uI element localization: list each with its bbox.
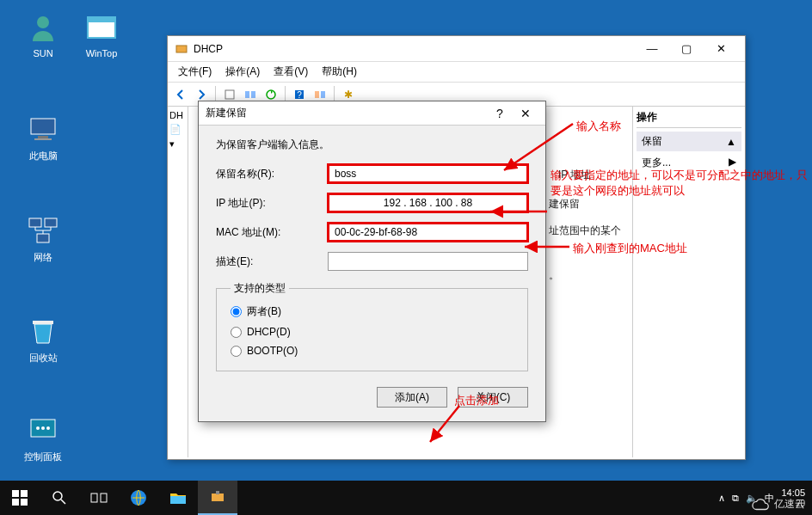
svg-rect-14 xyxy=(176,46,187,52)
dialog-help-button[interactable]: ? xyxy=(487,102,513,125)
behind-ip-label: IP 地址 xyxy=(558,168,591,182)
svg-rect-7 xyxy=(45,218,57,227)
radio-bootp[interactable] xyxy=(231,346,242,357)
desktop-icon-computer[interactable]: 此电脑 xyxy=(17,112,69,162)
svg-rect-2 xyxy=(88,17,115,22)
tray-network-icon[interactable]: ⧉ xyxy=(732,493,739,504)
taskview-button[interactable] xyxy=(79,481,119,515)
svg-rect-25 xyxy=(12,499,19,506)
taskbar: ∧ ⧉ 🔈 中 14:05 20 xyxy=(0,481,812,515)
mac-address-input[interactable] xyxy=(328,223,528,242)
desktop-icon-controlpanel[interactable]: 控制面板 xyxy=(17,413,69,463)
desktop-icon-wintop[interactable]: WinTop xyxy=(76,10,127,58)
maximize-button[interactable]: ▢ xyxy=(669,37,704,61)
watermark: 亿速云 xyxy=(752,497,805,512)
radio-bootp-label: BOOTP(O) xyxy=(247,345,298,357)
close-dialog-button[interactable]: 关闭(C) xyxy=(458,387,528,408)
svg-rect-6 xyxy=(29,218,41,227)
svg-rect-3 xyxy=(31,119,55,134)
svg-rect-17 xyxy=(251,91,255,98)
dhcp-title: DHCP xyxy=(194,43,635,55)
start-button[interactable] xyxy=(0,481,40,515)
svg-rect-9 xyxy=(33,321,53,324)
actions-header: 操作 xyxy=(637,110,741,128)
menu-file[interactable]: 文件(F) xyxy=(171,63,218,81)
icon-label: 网络 xyxy=(17,251,69,264)
new-reservation-dialog: 新建保留 ? ✕ 为保留客户端输入信息。 保留名称(R): IP 地址(P): … xyxy=(198,101,546,422)
ip-address-input[interactable]: 192 . 168 . 100 . 88 xyxy=(328,193,528,212)
svg-rect-15 xyxy=(225,90,234,99)
ie-icon[interactable] xyxy=(119,481,158,515)
menu-view[interactable]: 查看(V) xyxy=(267,63,315,81)
dhcp-titlebar: DHCP — ▢ ✕ xyxy=(168,36,745,62)
explorer-icon[interactable] xyxy=(158,481,198,515)
svg-point-13 xyxy=(46,426,50,430)
svg-rect-26 xyxy=(21,499,28,506)
radio-both[interactable] xyxy=(231,306,242,317)
behind-line3: 。 xyxy=(549,268,559,283)
svg-rect-4 xyxy=(38,136,48,138)
user-icon xyxy=(26,10,60,45)
controlpanel-icon xyxy=(26,413,60,447)
label-ip: IP 地址(P): xyxy=(216,196,328,211)
behind-line2: 址范围中的某个 xyxy=(549,224,621,238)
svg-rect-5 xyxy=(34,138,52,140)
fieldset-legend: 支持的类型 xyxy=(231,281,289,296)
menubar: 文件(F) 操作(A) 查看(V) 帮助(H) xyxy=(168,62,745,83)
computer-icon xyxy=(26,112,60,146)
radio-dhcp[interactable] xyxy=(231,327,242,338)
tray-up-icon[interactable]: ∧ xyxy=(718,493,725,504)
actions-section[interactable]: 保留 ▲ xyxy=(637,132,741,151)
svg-point-11 xyxy=(36,426,40,430)
svg-rect-24 xyxy=(21,490,28,497)
trash-icon xyxy=(26,314,60,348)
back-button[interactable] xyxy=(171,85,190,104)
svg-rect-23 xyxy=(12,490,19,497)
desktop-icon-sun[interactable]: SUN xyxy=(17,10,69,58)
dhcp-icon xyxy=(175,42,188,56)
dialog-title: 新建保留 xyxy=(206,106,487,120)
menu-help[interactable]: 帮助(H) xyxy=(315,63,364,81)
arrow-right-icon: ▶ xyxy=(729,156,736,170)
label-name: 保留名称(R): xyxy=(216,167,328,181)
svg-rect-28 xyxy=(91,494,97,502)
desktop-icon-network[interactable]: 网络 xyxy=(17,213,69,264)
add-button[interactable]: 添加(A) xyxy=(377,387,447,408)
minimize-button[interactable]: — xyxy=(635,37,669,61)
radio-both-label: 两者(B) xyxy=(247,304,281,319)
label-desc: 描述(E): xyxy=(216,254,328,269)
dialog-intro: 为保留客户端输入信息。 xyxy=(216,138,528,152)
description-input[interactable] xyxy=(328,252,528,271)
radio-dhcp-label: DHCP(D) xyxy=(247,326,291,338)
icon-label: 控制面板 xyxy=(17,451,69,463)
actions-more[interactable]: 更多... ▶ xyxy=(637,153,741,173)
reservation-name-input[interactable] xyxy=(328,164,528,183)
svg-rect-16 xyxy=(245,91,249,98)
dialog-close-button[interactable]: ✕ xyxy=(513,102,538,125)
svg-text:?: ? xyxy=(297,90,302,100)
dialog-titlebar: 新建保留 ? ✕ xyxy=(199,101,545,126)
supported-types-fieldset: 支持的类型 两者(B) DHCP(D) BOOTP(O) xyxy=(216,281,528,371)
svg-rect-29 xyxy=(101,494,107,502)
actions-pane: 操作 保留 ▲ 更多... ▶ xyxy=(633,107,745,457)
behind-line1: 建保留 xyxy=(549,197,580,212)
svg-rect-22 xyxy=(321,91,325,98)
icon-label: 此电脑 xyxy=(17,150,69,162)
svg-point-12 xyxy=(41,426,45,430)
icon-label: SUN xyxy=(17,48,69,58)
close-button[interactable]: ✕ xyxy=(704,37,738,61)
network-icon xyxy=(26,213,60,248)
caret-up-icon: ▲ xyxy=(726,136,736,148)
dhcp-taskbar-icon[interactable] xyxy=(198,481,237,515)
svg-rect-33 xyxy=(216,491,219,494)
desktop-icon-recyclebin[interactable]: 回收站 xyxy=(17,314,69,365)
window-icon xyxy=(84,10,119,45)
svg-rect-21 xyxy=(315,91,319,98)
search-button[interactable] xyxy=(40,481,79,515)
menu-action[interactable]: 操作(A) xyxy=(218,63,267,81)
tree-pane[interactable]: DH 📄 ▾ xyxy=(168,107,188,457)
svg-rect-31 xyxy=(170,496,186,504)
icon-label: WinTop xyxy=(76,48,127,58)
svg-point-0 xyxy=(37,16,49,28)
icon-label: 回收站 xyxy=(17,352,69,365)
